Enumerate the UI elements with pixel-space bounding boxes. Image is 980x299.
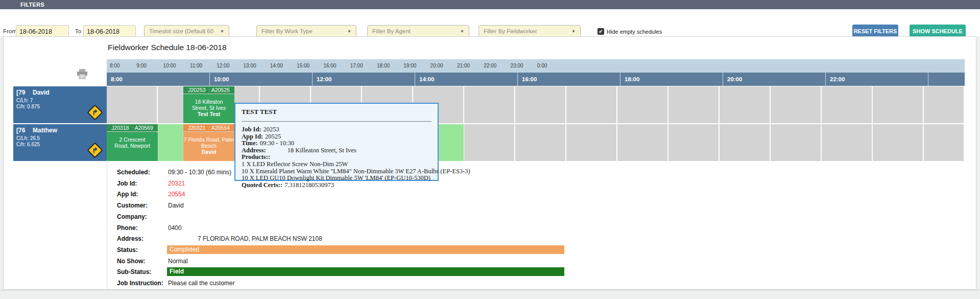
job-block[interactable]: J20318 : A205692 Crescent Road, Newport	[107, 124, 158, 161]
detail-value: David	[168, 200, 184, 211]
job-block[interactable]: J20253 : A2052518 Killeaton Street, St I…	[183, 86, 234, 123]
hour-tick-label: 22:00	[484, 59, 496, 73]
filters-header: FILTERS	[0, 0, 980, 9]
schedule-cell[interactable]	[464, 86, 514, 123]
fieldworker-row: [79DavidC/Lh: 7C/h: 0.875↱J20253 : A2052…	[13, 86, 965, 123]
tooltip-field-value: 10 X LED GU10 Downlight Kit Dimmable 5W …	[242, 174, 431, 181]
tooltip-field-value: 20525	[265, 133, 281, 140]
schedule-cell[interactable]	[771, 86, 821, 123]
detail-label: Address:	[117, 234, 144, 244]
job-block[interactable]: J20321 : A205547 Florida Road, Palm Beac…	[183, 124, 234, 161]
selected-option-label: Filter By Agent	[372, 28, 411, 34]
job-block-body: 2 Crescent Road, Newport	[107, 132, 158, 161]
tooltip-field-label: Products::	[242, 153, 270, 160]
schedule-cell[interactable]	[668, 124, 719, 161]
tooltip-field-value: 1 X LED Reflector Screw Non-Dim 25W	[242, 160, 348, 168]
print-icon[interactable]	[76, 68, 88, 80]
major-time-cell: 22:00	[825, 73, 927, 86]
tooltip-line: Quoted Certs::7.31812180530973	[242, 182, 432, 189]
schedule-cell[interactable]	[107, 86, 157, 123]
schedule-cell[interactable]	[873, 86, 923, 123]
free-slot-block[interactable]	[439, 124, 464, 161]
filter-toolbar: From To Timeslot size (Default 60 mins)▼…	[0, 9, 980, 36]
hour-tick-label: 13:00	[244, 59, 256, 73]
schedule-cell[interactable]	[924, 86, 964, 123]
fieldworker-clh-stat: C/Lh: 26.5	[16, 135, 104, 141]
tooltip-title: TEST TEST	[242, 108, 432, 116]
job-tooltip: TEST TEST Job Id:20253App Id:20525Time:0…	[234, 103, 439, 181]
hour-tick-label: 17:00	[350, 59, 363, 73]
schedule-cell[interactable]	[822, 124, 872, 161]
detail-value: 7 FLORIDA ROAD, PALM BEACH NSW 2108	[198, 234, 322, 244]
tooltip-field-label: Time:	[242, 140, 258, 147]
chevron-down-icon: ▼	[460, 26, 464, 37]
schedule-cell[interactable]	[617, 124, 667, 161]
turn-arrow-icon: ↱	[90, 146, 100, 155]
schedule-cell[interactable]	[924, 124, 964, 161]
footer-strip	[0, 290, 980, 299]
detail-value: 20554	[168, 189, 185, 199]
detail-label: No Show:	[117, 256, 145, 266]
major-time-cell: 20:00	[723, 73, 824, 86]
job-block-address: 18 Killeaton Street, St Ives	[192, 99, 226, 111]
detail-row: Company:	[107, 212, 976, 222]
schedule-cell[interactable]	[515, 86, 565, 123]
schedule-cell[interactable]	[515, 124, 565, 161]
hour-tick-label: 8:00	[110, 59, 119, 73]
detail-label: Scheduled:	[117, 167, 150, 177]
tooltip-lines: Job Id:20253App Id:20525Time:09:30 - 10:…	[242, 126, 432, 189]
detail-row: No Show:Normal	[107, 256, 976, 266]
fieldworker-clh-stat: C/Lh: 7	[16, 98, 104, 103]
tooltip-field-label: Quoted Certs::	[242, 181, 282, 189]
fieldworker-name: Matthew	[33, 127, 57, 134]
major-time-cell: 8:00	[107, 73, 208, 86]
detail-value: 20321	[168, 178, 185, 189]
tooltip-line: Time:09:30 - 10:30	[242, 140, 432, 147]
schedule-cell[interactable]	[771, 124, 821, 161]
major-time-scale: 8:0010:0012:0014:0016:0018:0020:0022:00	[107, 73, 965, 86]
schedule-cell[interactable]	[668, 86, 719, 123]
schedule-cell[interactable]	[464, 124, 514, 161]
hour-tick-label: 12:00	[217, 59, 229, 73]
schedule-cell[interactable]	[822, 86, 872, 123]
major-time-cell: 10:00	[209, 73, 311, 86]
hide-empty-label: Hide empty schedules	[607, 29, 662, 35]
hour-tick-label: 9:00	[136, 59, 146, 73]
hour-tick-label: 0:00	[537, 59, 547, 73]
hide-empty-checkbox[interactable]: ✔	[597, 28, 604, 35]
fieldworker-name-line: [76Matthew	[16, 127, 104, 134]
tooltip-field-value: 7.31812180530973	[284, 181, 334, 189]
detail-label: Job Instruction:	[117, 278, 163, 288]
detail-row: Address:7 FLORIDA ROAD, PALM BEACH NSW 2…	[107, 234, 976, 244]
chevron-down-icon: ▼	[571, 26, 576, 37]
detail-label: Company:	[117, 212, 147, 222]
hour-tick-label: 10:00	[163, 59, 176, 73]
detail-label: Sub-Status:	[117, 267, 151, 277]
tooltip-field-value: 20253	[264, 126, 279, 133]
fieldworker-id: [79	[16, 89, 33, 96]
fieldworker-id: [76	[16, 127, 33, 134]
schedule-cell[interactable]	[873, 124, 923, 161]
free-slot-block[interactable]	[158, 124, 183, 161]
schedule-cell[interactable]	[566, 86, 616, 123]
tooltip-line: 10 X Emerald Planet Warm White "LM84" No…	[242, 168, 432, 175]
chevron-down-icon: ▼	[347, 26, 351, 37]
schedule-cell[interactable]	[720, 86, 770, 123]
tooltip-line: 10 X LED GU10 Downlight Kit Dimmable 5W …	[242, 175, 432, 182]
schedule-cell[interactable]	[566, 124, 616, 161]
schedule-cell[interactable]	[720, 124, 770, 161]
filters-title: FILTERS	[20, 2, 44, 8]
tooltip-field-label: Address:	[242, 147, 266, 154]
job-block-address: 2 Crescent Road, Newport	[114, 136, 150, 149]
tooltip-line: Products::	[242, 154, 432, 161]
detail-label: Job Id:	[117, 178, 137, 189]
status-bar: Completed	[167, 245, 564, 254]
hour-tick-label: 18:00	[377, 59, 390, 73]
tooltip-field-label: Job Id:	[242, 126, 261, 133]
hour-tick-label: 11:00	[190, 59, 202, 73]
tooltip-field-value: 09:30 - 10:30	[260, 140, 294, 147]
detail-label: App Id:	[117, 189, 138, 199]
major-time-cell: 14:00	[415, 73, 516, 86]
schedule-cell[interactable]	[617, 86, 667, 123]
detail-value: Normal	[168, 256, 188, 266]
